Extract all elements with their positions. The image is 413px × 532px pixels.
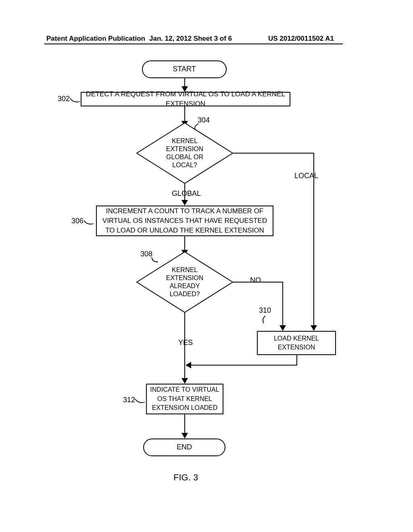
step-302-text: DETECT A REQUEST FROM VIRTUAL OS TO LOAD… xyxy=(83,89,288,109)
connector xyxy=(184,78,185,87)
step-310-text: LOAD KERNEL EXTENSION xyxy=(259,334,334,352)
figure-label: FIG. 3 xyxy=(173,472,198,483)
ref-304: 304 xyxy=(198,116,210,125)
d304-line3: GLOBAL OR xyxy=(136,153,233,161)
d304-line1: KERNEL xyxy=(136,137,233,145)
header-pub-number: US 2012/0011502 A1 xyxy=(268,35,334,43)
step-312-text: INDICATE TO VIRTUAL OS THAT KERNEL EXTEN… xyxy=(148,385,221,412)
end-label: END xyxy=(177,443,192,452)
arrowhead-down-icon xyxy=(280,325,286,331)
connector xyxy=(282,282,283,326)
callout-curve-icon xyxy=(134,398,146,405)
arrowhead-down-icon xyxy=(181,433,188,438)
connector xyxy=(184,236,185,251)
d308-line1: KERNEL xyxy=(136,266,233,274)
arrowhead-down-icon xyxy=(181,200,188,206)
patent-figure-page: Patent Application Publication Jan. 12, … xyxy=(0,0,413,532)
page-header: Patent Application Publication Jan. 12, … xyxy=(0,35,413,44)
arrowhead-down-icon xyxy=(311,325,317,331)
start-terminator: START xyxy=(142,60,227,78)
decision-304-global-or-local: KERNEL EXTENSION GLOBAL OR LOCAL? xyxy=(136,123,233,184)
step-302-detect-request: DETECT A REQUEST FROM VIRTUAL OS TO LOAD… xyxy=(81,92,290,106)
ref-306: 306 xyxy=(71,217,83,225)
connector xyxy=(233,153,313,154)
ref-312: 312 xyxy=(123,396,135,404)
d304-line4: LOCAL? xyxy=(136,161,233,169)
d304-line2: EXTENSION xyxy=(136,145,233,153)
header-sheet-info: Jan. 12, 2012 Sheet 3 of 6 xyxy=(149,35,232,43)
ref-302: 302 xyxy=(58,95,70,103)
step-306-text: INCREMENT A COUNT TO TRACK A NUMBER OF V… xyxy=(98,206,271,235)
branch-label-yes: YES xyxy=(178,339,193,347)
callout-curve-icon xyxy=(151,256,159,264)
connector xyxy=(184,414,185,434)
header-rule xyxy=(44,44,343,44)
arrowhead-down-icon xyxy=(181,378,188,384)
branch-label-no: NO xyxy=(250,276,261,285)
connector xyxy=(191,365,297,366)
start-label: START xyxy=(173,65,196,74)
d308-line3: ALREADY xyxy=(136,282,233,290)
branch-label-local: LOCAL xyxy=(294,172,318,180)
d308-line4: LOADED? xyxy=(136,290,233,298)
step-310-load-kernel-extension: LOAD KERNEL EXTENSION xyxy=(257,331,336,355)
callout-curve-icon xyxy=(193,123,199,131)
connector xyxy=(184,106,185,122)
branch-label-global: GLOBAL xyxy=(172,189,201,198)
callout-curve-icon xyxy=(83,220,94,226)
callout-curve-icon xyxy=(261,315,269,324)
step-306-increment-count: INCREMENT A COUNT TO TRACK A NUMBER OF V… xyxy=(96,206,273,236)
callout-curve-icon xyxy=(69,98,81,104)
connector xyxy=(184,365,185,379)
connector xyxy=(296,355,297,365)
d308-line2: EXTENSION xyxy=(136,274,233,282)
end-terminator: END xyxy=(143,438,225,456)
arrowhead-left-icon xyxy=(186,362,191,368)
step-312-indicate-loaded: INDICATE TO VIRTUAL OS THAT KERNEL EXTEN… xyxy=(146,384,223,414)
header-publication: Patent Application Publication xyxy=(46,35,145,43)
ref-310: 310 xyxy=(259,306,271,315)
